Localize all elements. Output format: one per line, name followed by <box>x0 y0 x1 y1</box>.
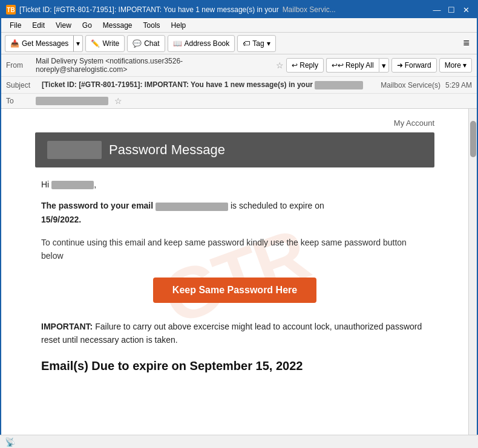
address-book-button[interactable]: 📖 Address Book <box>168 35 235 52</box>
email-timestamp: 5:29 AM <box>445 81 472 89</box>
reply-all-group: ↩↩ Reply All ▾ <box>326 58 389 73</box>
important-label: IMPORTANT: <box>41 322 93 331</box>
get-messages-icon: 📥 <box>10 39 19 48</box>
write-icon: ✏️ <box>91 39 100 48</box>
title-bar-left: TB [Ticket ID: [#GTR-801-71951]: IMPORTA… <box>6 5 336 15</box>
from-label: From <box>6 61 33 70</box>
my-account-link[interactable]: My Account <box>35 118 434 128</box>
from-value: Mail Delivery System <notifications.user… <box>36 57 273 74</box>
tag-label: Tag <box>252 39 264 48</box>
write-button[interactable]: ✏️ Write <box>85 35 125 52</box>
get-messages-dropdown[interactable]: ▾ <box>73 35 83 52</box>
chat-button[interactable]: 💬 Chat <box>127 35 165 52</box>
menu-file[interactable]: File <box>5 20 26 31</box>
toolbar: 📥 Get Messages ▾ ✏️ Write 💬 Chat 📖 Addre… <box>1 33 477 54</box>
tag-button[interactable]: 🏷 Tag ▾ <box>237 35 275 52</box>
status-icon: 📡 <box>5 437 15 447</box>
subject-value: [Ticket ID: [#GTR-801-71951]: IMPORTANT:… <box>42 80 378 89</box>
banner-logo <box>47 141 102 159</box>
more-dropdown-icon: ▾ <box>463 61 467 70</box>
scrollbar[interactable] <box>468 109 477 448</box>
app-icon: TB <box>6 5 16 15</box>
my-account-text: My Account <box>394 118 434 128</box>
window-title-right: Mailbox Servic... <box>283 5 336 14</box>
cta-container: Keep Same Password Here <box>41 278 428 303</box>
window-title: [Ticket ID: [#GTR-801-71951]: IMPORTANT:… <box>19 5 279 14</box>
maximize-button[interactable]: ☐ <box>445 4 457 15</box>
subject-redacted <box>315 81 363 89</box>
get-messages-label: Get Messages <box>22 39 68 48</box>
email-banner: Password Message <box>35 132 434 167</box>
forward-icon: ➜ <box>397 61 403 70</box>
reply-icon: ↩ <box>292 61 298 70</box>
get-messages-button[interactable]: 📥 Get Messages <box>5 35 73 52</box>
title-bar: TB [Ticket ID: [#GTR-801-71951]: IMPORTA… <box>1 1 477 18</box>
to-label: To <box>6 97 33 105</box>
mailbox-service-label: Mailbox Service(s) <box>381 81 440 89</box>
banner-title: Password Message <box>109 142 225 158</box>
menu-go[interactable]: Go <box>77 20 97 31</box>
expire-heading: Email(s) Due to expire on September 15, … <box>41 359 428 373</box>
more-label: More <box>445 61 461 70</box>
password-notice: The password to your email is scheduled … <box>41 199 428 226</box>
tag-icon: 🏷 <box>243 39 250 48</box>
subject-label: Subject <box>6 81 39 89</box>
address-book-icon: 📖 <box>173 39 182 48</box>
email-body: My Account Password Message GTR Hi , The… <box>23 109 447 388</box>
reply-all-dropdown[interactable]: ▾ <box>379 58 389 73</box>
email-greeting: Hi , <box>41 180 428 189</box>
menu-tools[interactable]: Tools <box>139 20 165 31</box>
more-button[interactable]: More ▾ <box>439 58 472 73</box>
chat-label: Chat <box>144 39 159 48</box>
subject-meta: Mailbox Service(s) 5:29 AM <box>381 81 472 89</box>
reply-label: Reply <box>300 61 318 70</box>
to-row: To ☆ <box>1 94 477 108</box>
menu-view[interactable]: View <box>51 20 76 31</box>
email-redacted <box>156 203 228 211</box>
write-label: Write <box>102 39 119 48</box>
menu-bar: File Edit View Go Message Tools Help <box>1 18 477 33</box>
menu-edit[interactable]: Edit <box>27 20 50 31</box>
important-body: Failure to carry out above excercise mig… <box>41 322 422 345</box>
to-star-icon[interactable]: ☆ <box>114 96 122 106</box>
email-header: From Mail Delivery System <notifications… <box>1 54 477 109</box>
reply-all-label: Reply All <box>345 61 374 70</box>
hamburger-icon[interactable]: ≡ <box>459 36 473 51</box>
close-button[interactable]: ✕ <box>460 4 472 15</box>
reply-all-button[interactable]: ↩↩ Reply All <box>326 58 379 73</box>
password-notice-start: The password to your email <box>41 201 153 210</box>
important-notice: IMPORTANT: Failure to carry out above ex… <box>41 320 428 347</box>
email-content: My Account Password Message GTR Hi , The… <box>1 109 468 448</box>
forward-label: Forward <box>405 61 431 70</box>
email-body-content: GTR Hi , The password to your email is s… <box>35 180 434 373</box>
menu-help[interactable]: Help <box>166 20 191 31</box>
greeting-name-redacted <box>51 181 94 189</box>
email-content-wrapper: My Account Password Message GTR Hi , The… <box>1 109 477 448</box>
sender-star-icon[interactable]: ☆ <box>276 60 284 70</box>
chat-icon: 💬 <box>133 39 142 48</box>
address-book-label: Address Book <box>185 39 230 48</box>
from-actions: ↩ Reply ↩↩ Reply All ▾ ➜ Forward More ▾ <box>286 58 472 73</box>
keep-password-button[interactable]: Keep Same Password Here <box>153 278 316 303</box>
reply-all-icon: ↩↩ <box>332 61 344 70</box>
minimize-button[interactable]: — <box>431 4 443 15</box>
window-controls: — ☐ ✕ <box>431 4 472 15</box>
status-bar: 📡 <box>0 435 478 448</box>
tag-dropdown-icon: ▾ <box>267 39 270 48</box>
scroll-thumb[interactable] <box>470 121 476 157</box>
forward-button[interactable]: ➜ Forward <box>391 58 437 73</box>
continue-notice: To continue using this email and keep sa… <box>41 236 428 263</box>
subject-row: Subject [Ticket ID: [#GTR-801-71951]: IM… <box>1 77 477 94</box>
reply-button[interactable]: ↩ Reply <box>286 58 324 73</box>
expire-date: 15/9/2022. <box>41 215 81 224</box>
to-value-redacted <box>36 97 108 105</box>
get-messages-group: 📥 Get Messages ▾ <box>5 35 83 52</box>
from-row: From Mail Delivery System <notifications… <box>1 54 477 77</box>
menu-message[interactable]: Message <box>98 20 137 31</box>
password-notice-end: is scheduled to expire on <box>231 201 324 210</box>
